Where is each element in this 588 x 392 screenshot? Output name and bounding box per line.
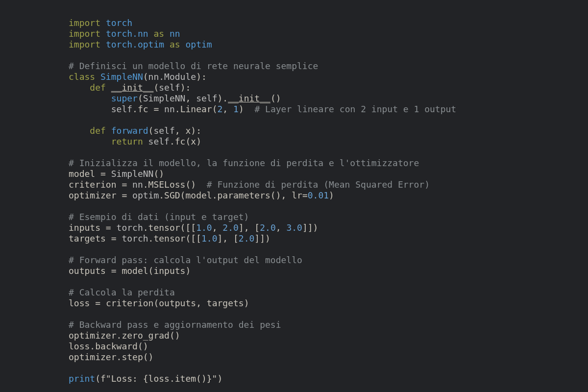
line: model = SimpleNN() (69, 169, 164, 179)
comment: # Funzione di perdita (Mean Squared Erro… (207, 179, 430, 190)
line: optimizer.zero_grad() (69, 330, 180, 341)
line: class SimpleNN(nn.Module): (69, 72, 207, 82)
line: self.fc = nn.Linear(2, 1) # Layer linear… (69, 104, 456, 114)
fstring: f"Loss: {loss.item()}" (100, 373, 217, 384)
kw-return: return (111, 136, 143, 147)
line: super(SimpleNN, self).__init__() (69, 93, 281, 103)
line: # Forward pass: calcola l'output del mod… (69, 255, 302, 265)
line: return self.fc(x) (69, 136, 201, 147)
line: # Inizializza il modello, la funzione di… (69, 158, 419, 168)
line: import torch.optim as optim (69, 39, 212, 49)
line: # Definisci un modello di rete neurale s… (69, 61, 318, 71)
mod-torch-optim: torch.optim (106, 39, 164, 49)
line: # Calcola la perdita (69, 287, 175, 297)
comment: # Calcola la perdita (69, 287, 175, 297)
line: def __init__(self): (69, 82, 191, 93)
line: # Esempio di dati (input e target) (69, 212, 249, 222)
kw-as: as (170, 39, 180, 49)
kw-def: def (90, 82, 106, 93)
line: outputs = model(inputs) (69, 266, 191, 276)
mod-torch-nn: torch.nn (106, 28, 148, 39)
class-name: SimpleNN (100, 72, 143, 82)
line: loss.backward() (69, 341, 148, 351)
comment: # Backward pass e aggiornamento dei pesi (69, 319, 281, 330)
line: import torch (69, 18, 132, 28)
kw-def: def (90, 125, 106, 136)
comment: # Forward pass: calcola l'output del mod… (69, 255, 302, 265)
code-block: import torch import torch.nn as nn impor… (0, 0, 588, 384)
line: optimizer.step() (69, 352, 153, 362)
comment: # Esempio di dati (input e target) (69, 212, 249, 222)
line: loss = criterion(outputs, targets) (69, 298, 249, 308)
comment: # Definisci un modello di rete neurale s… (69, 61, 318, 71)
mod-torch: torch (106, 18, 132, 28)
alias-optim: optim (185, 39, 212, 49)
comment: # Layer lineare con 2 input e 1 output (254, 104, 456, 114)
kw-class: class (69, 72, 95, 82)
line: # Backward pass e aggiornamento dei pesi (69, 319, 281, 330)
fn-super: super (111, 93, 138, 103)
kw-as: as (153, 28, 164, 39)
kw-import: import (69, 39, 100, 49)
base-class: nn.Module (148, 72, 196, 82)
line: def forward(self, x): (69, 125, 201, 136)
method-init: __init__ (111, 82, 154, 93)
param-self: self (159, 82, 180, 93)
kw-import: import (69, 28, 100, 39)
alias-nn: nn (170, 28, 180, 39)
kw-import: import (69, 18, 100, 28)
line: print(f"Loss: {loss.item()}") (69, 373, 222, 384)
line: optimizer = optim.SGD(model.parameters()… (69, 190, 334, 200)
line: import torch.nn as nn (69, 28, 180, 39)
comment: # Inizializza il modello, la funzione di… (69, 158, 419, 168)
fn-print: print (69, 373, 95, 384)
line: inputs = torch.tensor([[1.0, 2.0], [2.0,… (69, 222, 318, 233)
line: targets = torch.tensor([[1.0], [2.0]]) (69, 233, 270, 244)
method-forward: forward (111, 125, 148, 136)
line: criterion = nn.MSELoss() # Funzione di p… (69, 179, 430, 190)
